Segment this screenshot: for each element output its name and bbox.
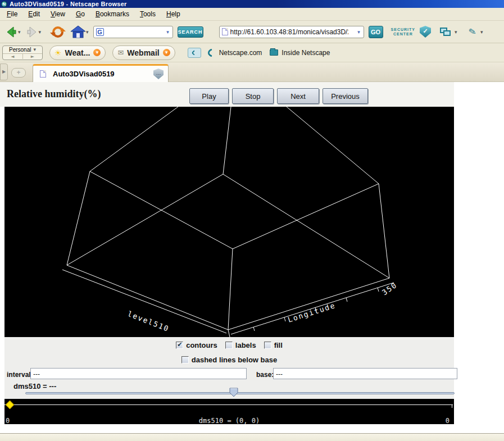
home-icon[interactable] [70,25,86,39]
sun-icon: ☀ [55,48,62,57]
url-bar[interactable]: http://61.60.103.48:81/monica/visad3D/20… [219,26,364,38]
folder-icon [270,49,278,56]
navigation-toolbar: ▾ ▾ ▾ G ▾ SEARCH http://6 [0,21,504,43]
labels-label: labels [235,341,256,349]
menu-go[interactable]: Go [71,9,91,19]
visad-3d-display[interactable]: level510 Longitude 350 [4,107,454,337]
axis-label-longitude: Longitude [287,301,337,324]
pen-icon[interactable]: ✎ [467,26,477,38]
fill-checkbox[interactable]: fill [264,341,283,349]
reload-icon[interactable] [50,25,66,39]
interval-field[interactable]: --- [30,368,247,379]
netscape-com-link[interactable]: Netscape.com [219,49,262,57]
range-status-text: dms510 = (0, 0) [4,417,454,425]
dms510-slider-track[interactable] [25,392,455,394]
window-bottom-edge [0,434,504,441]
contours-checkbox-box[interactable] [176,342,183,349]
multibar-icon[interactable] [440,28,451,37]
dms510-value-label: dms510 = --- [13,382,56,390]
go-button[interactable]: GO [369,26,383,38]
axis-label-level510: level510 [126,310,171,334]
netscape-swoosh-icon [206,47,217,58]
sidebar-toggle-icon[interactable]: ▶ [0,63,8,80]
pen-dropdown-icon[interactable]: ▾ [480,29,483,35]
personal-label: Personal [9,47,31,53]
menu-tools[interactable]: Tools [135,9,162,19]
title-bar: N Auto3DVisad0519 - Netscape Browser [0,0,504,8]
page-icon [222,28,228,35]
dms510-slider-thumb[interactable] [229,388,239,397]
tab-active[interactable]: Auto3DVisad0519 … [33,64,169,82]
window-title: Auto3DVisad0519 - Netscape Browser [10,1,127,7]
previous-button[interactable]: Previous [323,88,368,104]
applet-controls: contours labels fill dashed lines below … [4,337,454,399]
webmail-label: Webmail [127,48,159,57]
next-button[interactable]: Next [277,88,319,104]
back-icon[interactable] [4,25,18,39]
personal-dropdown-icon: ▾ [33,47,36,53]
weather-badge-icon: ▾ [93,49,101,56]
dashed-lines-checkbox[interactable]: dashed lines below base [181,356,277,364]
range-marker-icon[interactable] [6,401,15,410]
dashed-lines-label: dashed lines below base [192,356,277,364]
range-line [4,404,453,405]
contours-label: contours [186,341,217,349]
security-center-label[interactable]: SECURITY CENTER [391,28,415,37]
range-max-value: 0 [446,417,449,425]
home-dropdown-icon[interactable]: ▾ [86,29,89,35]
tab-title: Auto3DVisad0519 [53,70,115,78]
menu-view[interactable]: View [46,9,71,19]
weather-label: Weat... [65,48,90,57]
base-field[interactable]: --- [273,368,457,379]
search-button[interactable]: SEARCH [178,26,203,38]
netscape-logo-icon: N [1,1,7,7]
back-dropdown-icon[interactable]: ▾ [18,29,21,35]
webmail-badge-icon: ▾ [163,49,170,56]
axis-tick-350: 350 [380,280,399,297]
range-end-tick [452,404,452,408]
contours-checkbox[interactable]: contours [176,341,217,349]
search-input[interactable]: G ▾ [93,26,173,38]
personal-toolbar: Personal ▾ ◄ ► ☀ Weat... ▾ ✉ Webmail ▾ N… [0,43,504,62]
add-bookmark-button[interactable] [188,48,201,58]
google-icon: G [96,28,104,36]
personal-folder-widget[interactable]: Personal ▾ ◄ ► [2,46,43,60]
labels-checkbox[interactable]: labels [225,341,256,349]
dashed-lines-checkbox-box[interactable] [181,356,189,363]
url-text[interactable]: http://61.60.103.48:81/monica/visad3D/20… [230,28,348,36]
envelope-icon: ✉ [117,48,124,57]
tab-bar: ▶ + Auto3DVisad0519 … [0,62,504,82]
webmail-button[interactable]: ✉ Webmail ▾ [112,46,175,60]
labels-checkbox-box[interactable] [225,342,233,349]
forward-icon[interactable] [25,25,39,39]
weather-button[interactable]: ☀ Weat... ▾ [49,46,106,60]
page-title: Relative humidity(%) [7,88,101,100]
wireframe-box: level510 Longitude 350 [4,107,454,337]
menu-help[interactable]: Help [162,9,187,19]
forward-dropdown-icon[interactable]: ▾ [39,29,42,35]
menu-file[interactable]: File [2,9,24,19]
new-tab-button[interactable]: + [11,68,26,78]
multibar-dropdown-icon[interactable]: ▾ [455,29,457,35]
fill-label: fill [274,341,283,349]
base-label: base: [256,371,274,379]
personal-next-icon[interactable]: ► [23,54,43,59]
tab-page-icon [40,70,46,78]
personal-prev-icon[interactable]: ◄ [3,54,23,59]
stop-button[interactable]: Stop [232,88,274,104]
menu-edit[interactable]: Edit [24,9,46,19]
interval-label: interval: [7,371,33,379]
inside-netscape-link[interactable]: Inside Netscape [281,49,330,57]
menu-bookmarks[interactable]: Bookmarks [91,9,135,19]
fill-checkbox-box[interactable] [264,342,271,349]
menu-bar: File Edit View Go Bookmarks Tools Help [0,8,504,21]
play-button[interactable]: Play [189,88,229,104]
search-dropdown-icon[interactable]: ▾ [164,29,172,35]
dms510-range-widget[interactable]: 0 dms510 = (0, 0) 0 [4,399,454,424]
applet-header: Relative humidity(%) Play Stop Next Prev… [0,82,454,107]
browser-window: N Auto3DVisad0519 - Netscape Browser Fil… [0,0,504,441]
security-shield-icon[interactable]: ✓ [420,26,431,38]
url-dropdown-icon[interactable]: ▾ [355,29,364,35]
tab-shield-icon[interactable]: … [153,69,164,79]
